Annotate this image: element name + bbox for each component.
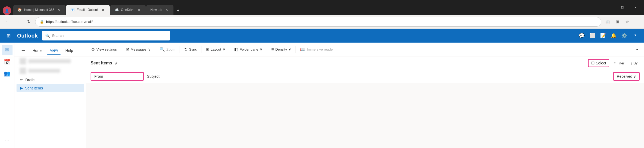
messages-label: Messages xyxy=(131,47,146,51)
nav-section: ✏ Drafts ▶ Sent Items xyxy=(14,56,86,92)
maximize-button[interactable]: ☐ xyxy=(616,3,629,12)
address-bar[interactable]: 🔒 https://outlook.office.com/mail/... xyxy=(35,17,601,27)
filter-label: Filter xyxy=(617,61,624,65)
density-button[interactable]: ≡ Density ∨ xyxy=(269,46,294,54)
app-grid-icon[interactable]: ⊞ xyxy=(4,31,13,40)
folder-title: Sent Items xyxy=(91,61,112,65)
sidebar-toggle-button[interactable]: ☰ xyxy=(19,46,28,55)
menu-item-view[interactable]: View xyxy=(47,47,61,55)
search-box[interactable]: 🔍 Search xyxy=(42,31,170,40)
back-button[interactable]: ← xyxy=(3,18,12,26)
folder-pane-icon: ◧ xyxy=(234,47,238,52)
zoom-icon: 🔍 xyxy=(160,47,165,52)
sync-icon: ↻ xyxy=(184,47,188,52)
messages-icon: ✉ xyxy=(125,47,129,52)
tab-close-newtab[interactable]: ✕ xyxy=(164,7,169,12)
menu-item-help[interactable]: Help xyxy=(62,47,76,54)
tab-favicon-outlook: 📧 xyxy=(70,8,75,12)
messages-button[interactable]: ✉ Messages ∨ xyxy=(123,45,153,54)
nav-item-blurred2[interactable] xyxy=(17,66,84,76)
view-settings-icon: ⚙ xyxy=(91,47,95,52)
apps-icon[interactable]: ⬜ xyxy=(588,31,597,40)
sidebar-icon-calendar[interactable]: 📅 xyxy=(2,56,13,67)
nav-item-drafts[interactable]: ✏ Drafts xyxy=(17,76,84,84)
favorites-icon[interactable]: ☆ xyxy=(623,18,631,26)
select-label: Select xyxy=(596,61,606,65)
layout-icon: ⊞ xyxy=(206,47,209,52)
menu-item-home[interactable]: Home xyxy=(29,47,46,54)
tab-close-onedrive[interactable]: ✕ xyxy=(137,7,141,12)
ribbon-more-button[interactable]: ··· xyxy=(633,45,642,54)
help-icon[interactable]: ? xyxy=(630,31,640,40)
sort-icon: ↕ xyxy=(631,61,633,65)
minimize-button[interactable]: — xyxy=(604,3,616,12)
tab-label-newtab: New tab xyxy=(151,8,162,12)
received-label: Received xyxy=(617,74,632,79)
nav-item-blurred1[interactable] xyxy=(17,56,84,66)
layout-dropdown-icon: ∨ xyxy=(223,47,225,51)
folder-pane-label: Folder pane xyxy=(240,47,258,51)
received-column-header[interactable]: Received ∨ xyxy=(613,72,640,81)
received-sort-icon: ∨ xyxy=(633,74,636,79)
refresh-button[interactable]: ↻ xyxy=(25,18,33,26)
browser-toolbar-icons: 📖 ⊞ ☆ ⋯ xyxy=(604,18,641,26)
ribbon: ⚙ View settings ✉ Messages ∨ 🔍 Zoom xyxy=(86,43,644,56)
layout-button[interactable]: ⊞ Layout ∨ xyxy=(203,45,228,54)
select-checkbox-icon: ☐ xyxy=(591,61,595,65)
forward-button[interactable]: → xyxy=(14,18,22,26)
select-button[interactable]: ☐ Select xyxy=(588,59,609,67)
tab-close-outlook[interactable]: ✕ xyxy=(101,7,106,12)
drafts-label: Drafts xyxy=(25,78,35,82)
immersive-reader-button[interactable]: 📖 Immersive reader xyxy=(297,45,337,54)
sidebar-icon-mail[interactable]: ✉ xyxy=(2,45,13,55)
subject-column-header: Subject xyxy=(144,73,613,80)
immersive-reader-icon: 📖 xyxy=(300,47,305,52)
messages-dropdown-icon: ∨ xyxy=(148,47,151,51)
sort-button[interactable]: ↕ By xyxy=(629,60,640,66)
view-settings-button[interactable]: ⚙ View settings xyxy=(88,45,119,54)
browser-more-icon[interactable]: ⋯ xyxy=(632,18,641,26)
outlook-logo: Outlook xyxy=(17,33,38,39)
tab-label: Home | Microsoft 365 xyxy=(24,8,54,12)
tab-close-btn[interactable]: ✕ xyxy=(56,7,61,12)
folder-pane-button[interactable]: ◧ Folder pane ∨ xyxy=(232,45,265,54)
sent-items-label: Sent Items xyxy=(25,86,43,90)
tab-outlook[interactable]: 📧 Email - Outlook ✕ xyxy=(66,5,110,15)
ribbon-divider3 xyxy=(180,46,180,53)
filter-button[interactable]: ≡ Filter xyxy=(611,60,626,66)
by-label: By xyxy=(634,61,638,65)
nav-item-sent-items[interactable]: ▶ Sent Items xyxy=(17,84,84,92)
lock-icon: 🔒 xyxy=(40,20,44,24)
browser-chrome: 👤 🏠 Home | Microsoft 365 ✕ 📧 Email - Out… xyxy=(0,0,644,15)
from-column-header[interactable]: From xyxy=(91,72,144,81)
browser-grid-icon[interactable]: ⊞ xyxy=(613,18,622,26)
topbar-right-icons: 💬 ⬜ 📝 🔔 ⚙️ ? xyxy=(577,31,640,40)
density-icon: ≡ xyxy=(271,47,274,52)
close-button[interactable]: ✕ xyxy=(629,3,641,12)
tab-favicon: 🏠 xyxy=(18,8,22,12)
ribbon-divider7 xyxy=(295,46,296,53)
url-display: https://outlook.office.com/mail/... xyxy=(46,20,597,24)
chat-icon[interactable]: 💬 xyxy=(577,31,586,40)
blurred-icon1 xyxy=(20,58,26,64)
new-tab-button[interactable]: + xyxy=(174,6,183,15)
user-avatar[interactable]: 👤 xyxy=(3,6,11,15)
email-list: ⚙ View settings ✉ Messages ∨ 🔍 Zoom xyxy=(86,43,644,148)
bell-icon[interactable]: 🔔 xyxy=(609,31,618,40)
sync-button[interactable]: ↻ Sync xyxy=(181,45,200,54)
tab-newtab[interactable]: New tab ✕ xyxy=(146,5,173,15)
search-placeholder: Search xyxy=(52,34,64,38)
notes-icon[interactable]: 📝 xyxy=(598,31,608,40)
settings-icon[interactable]: ⚙️ xyxy=(619,31,629,40)
sidebar-icon-more[interactable]: ··· xyxy=(2,135,13,146)
sidebar-icon-people[interactable]: 👥 xyxy=(2,68,13,79)
filter-icon: ≡ xyxy=(614,61,616,65)
ribbon-divider5 xyxy=(230,46,230,53)
zoom-button[interactable]: 🔍 Zoom xyxy=(157,45,178,54)
tab-microsoft365[interactable]: 🏠 Home | Microsoft 365 ✕ xyxy=(13,5,66,15)
sidebar-icon-rail: ✉ 📅 👥 ··· xyxy=(0,43,14,148)
favorite-star-icon[interactable]: ★ xyxy=(114,61,118,66)
left-nav: ☰ Home View Help ✏ Drafts xyxy=(14,43,86,148)
tab-onedrive[interactable]: ☁️ OneDrive ✕ xyxy=(110,5,146,15)
reader-view-icon[interactable]: 📖 xyxy=(604,18,612,26)
